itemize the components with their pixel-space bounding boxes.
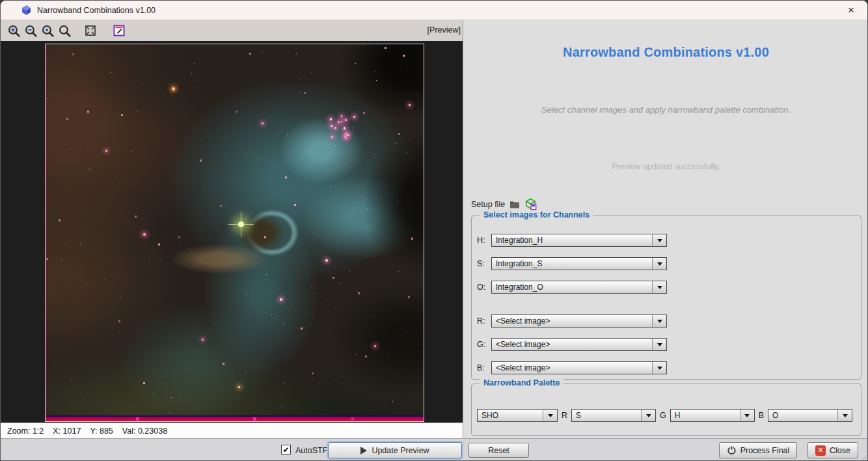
chevron-down-icon [837, 410, 852, 421]
star [172, 87, 175, 91]
resize-grip[interactable] [860, 453, 867, 460]
play-icon [360, 447, 367, 454]
star [341, 121, 342, 122]
new-preview-icon[interactable] [111, 23, 127, 38]
page-title: Narrowband Combinations v1.00 [463, 45, 868, 60]
zoom-in-icon[interactable] [6, 23, 21, 38]
chevron-down-icon [652, 281, 666, 293]
preview-target-label: [Preview] [427, 25, 461, 35]
image-edge-artifact-left [46, 44, 47, 421]
settings-panel: Narrowband Combinations v1.00 Select cha… [463, 20, 868, 438]
channel-select-o[interactable]: Integration_O [491, 281, 667, 294]
eta-carinae-star [237, 221, 245, 228]
palette-select[interactable]: SHO [477, 409, 558, 422]
star [344, 127, 346, 129]
star [345, 119, 347, 121]
status-bar: Zoom: 1:2 X: 1017 Y: 885 Val: 0.23038 [1, 423, 463, 438]
channel-select-r[interactable]: <Select image> [491, 314, 667, 328]
star [331, 136, 333, 138]
zoom-search-icon[interactable] [57, 23, 72, 38]
reset-button[interactable]: Reset [468, 443, 529, 458]
star [347, 134, 349, 137]
channel-select-s[interactable]: Integration_S [491, 257, 667, 270]
channel-row-o: O: Integration_O [477, 281, 667, 294]
chevron-down-icon [652, 315, 666, 327]
page-subtitle: Select channel images and apply narrowba… [463, 105, 868, 115]
channels-group-title: Select images for Channels [480, 210, 593, 219]
process-final-button[interactable]: Process Final [719, 442, 797, 458]
star [344, 135, 346, 137]
chevron-down-icon [641, 410, 655, 421]
star [325, 259, 328, 262]
channel-row-h: H: Integration_H [477, 234, 667, 247]
zoom-actual-size-icon[interactable] [40, 23, 55, 38]
chevron-down-icon [652, 234, 666, 246]
folder-icon[interactable] [509, 200, 520, 209]
star [409, 104, 411, 106]
star [338, 121, 340, 123]
status-val: Val: 0.23038 [122, 426, 167, 436]
status-y: Y: 885 [90, 426, 113, 436]
star [143, 233, 146, 236]
setup-file-label: Setup file [471, 200, 505, 209]
autostf-label: AutoSTF [295, 446, 327, 455]
chevron-down-icon [652, 339, 666, 350]
star [238, 386, 240, 388]
app-icon [21, 5, 32, 16]
fit-view-icon[interactable] [83, 23, 98, 38]
update-preview-button[interactable]: Update Preview [328, 442, 462, 458]
preview-image-carina-nebula[interactable] [45, 44, 424, 422]
channel-select-h[interactable]: Integration_H [491, 234, 667, 247]
close-button[interactable]: ✕ Close [807, 442, 858, 458]
title-bar[interactable]: Narrowband Combinations v1.00 × [1, 1, 868, 20]
chevron-down-icon [652, 362, 666, 374]
autostf-checkbox[interactable]: ✔ [281, 445, 291, 454]
view-toolbar: [Preview] [1, 20, 463, 41]
star [331, 125, 332, 126]
palette-r-select[interactable]: S [571, 409, 656, 422]
star [341, 115, 343, 117]
status-x: X: 1017 [53, 426, 81, 436]
channel-row-b: B: <Select image> [477, 361, 667, 374]
star [334, 127, 337, 130]
chevron-down-icon [740, 410, 754, 421]
channel-row-s: S: Integration_S [477, 257, 667, 270]
zoom-out-icon[interactable] [23, 23, 38, 38]
palette-row: SHO R S G H B O [477, 409, 852, 422]
action-bar: ✔ AutoSTF Update Preview Reset Process F… [1, 438, 868, 461]
power-icon [727, 445, 737, 455]
image-edge-artifact-bottom [46, 415, 424, 421]
channel-row-g: G: <Select image> [477, 338, 667, 351]
save-setup-icon[interactable] [524, 198, 537, 210]
star [105, 150, 107, 152]
star [353, 116, 355, 117]
star [202, 339, 204, 341]
channels-group: Select images for Channels H: Integratio… [471, 216, 861, 380]
star [374, 345, 376, 347]
palette-group: Narrowband Palette SHO R S G H B [471, 384, 861, 436]
palette-g-select[interactable]: H [670, 409, 755, 422]
chevron-down-icon [543, 410, 557, 421]
star [330, 118, 332, 120]
chevron-down-icon [652, 258, 666, 270]
star [280, 298, 282, 301]
image-viewport [1, 41, 463, 423]
palette-group-title: Narrowband Palette [480, 378, 563, 387]
setup-file-row: Setup file [471, 198, 537, 210]
window-close-icon[interactable]: × [843, 2, 860, 19]
star [262, 122, 264, 124]
channel-select-b[interactable]: <Select image> [491, 361, 667, 374]
channel-row-r: R: <Select image> [477, 314, 667, 328]
status-message: Preview updated successfully. [463, 162, 868, 171]
status-zoom: Zoom: 1:2 [7, 426, 44, 436]
close-x-icon: ✕ [815, 445, 826, 456]
channel-select-g[interactable]: <Select image> [491, 338, 667, 351]
window-title: Narrowband Combinations v1.00 [37, 6, 156, 15]
palette-b-select[interactable]: O [768, 409, 852, 422]
star [345, 137, 347, 139]
narrowband-combinations-window: Narrowband Combinations v1.00 × [0, 0, 868, 461]
